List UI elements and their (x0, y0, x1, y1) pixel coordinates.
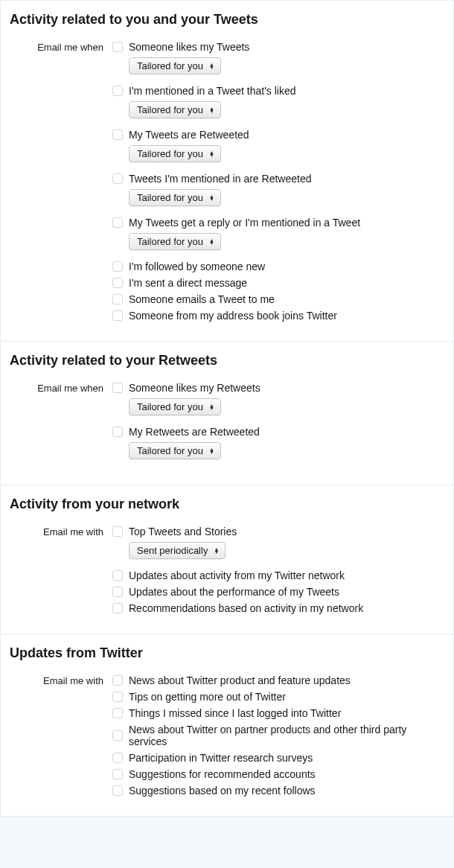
dropdown-value: Tailored for you (137, 148, 203, 159)
checkbox[interactable] (112, 753, 123, 763)
checkbox[interactable] (112, 294, 123, 304)
checkbox-line: Top Tweets and Stories (112, 526, 444, 537)
options-column: Someone likes my TweetsTailored for you▲… (112, 41, 444, 326)
checkbox-line: News about Twitter on partner products a… (112, 724, 444, 747)
updown-arrows-icon: ▲▼ (214, 548, 219, 554)
checkbox-line: Things I missed since I last logged into… (112, 707, 444, 719)
checkbox-line: I'm followed by someone new (112, 261, 444, 272)
updown-arrows-icon: ▲▼ (209, 63, 214, 69)
checkbox[interactable] (112, 769, 123, 779)
option-label: Someone emails a Tweet to me (129, 293, 275, 305)
frequency-dropdown[interactable]: Tailored for you▲▼ (129, 145, 221, 162)
option-item: I'm followed by someone new (112, 261, 444, 272)
checkbox[interactable] (112, 570, 123, 581)
checkbox[interactable] (112, 730, 123, 741)
dropdown-value: Tailored for you (137, 401, 203, 412)
checkbox[interactable] (112, 692, 123, 702)
checkbox[interactable] (112, 383, 123, 393)
option-item: Someone from my address book joins Twitt… (112, 310, 444, 322)
checkbox[interactable] (112, 217, 123, 228)
option-item: I'm mentioned in a Tweet that's likedTai… (112, 85, 444, 118)
frequency-dropdown[interactable]: Tailored for you▲▼ (129, 57, 221, 74)
options-column: Someone likes my RetweetsTailored for yo… (112, 382, 444, 470)
option-label: My Tweets get a reply or I'm mentioned i… (129, 217, 360, 229)
checkbox[interactable] (112, 130, 123, 140)
option-label: Suggestions for recommended accounts (129, 768, 316, 780)
row-label: Email me when (10, 382, 112, 394)
checkbox[interactable] (112, 526, 123, 537)
checkbox-line: Participation in Twitter research survey… (112, 752, 444, 764)
settings-row: Email me whenSomeone likes my RetweetsTa… (10, 382, 444, 470)
checkbox-line: My Retweets are Retweeted (112, 426, 444, 438)
option-label: Recommendations based on activity in my … (129, 602, 363, 614)
options-column: News about Twitter product and feature u… (112, 674, 444, 801)
updown-arrows-icon: ▲▼ (209, 151, 214, 157)
frequency-dropdown[interactable]: Tailored for you▲▼ (129, 101, 221, 118)
option-label: Tips on getting more out of Twitter (129, 691, 286, 703)
option-label: News about Twitter product and feature u… (129, 674, 351, 686)
updown-arrows-icon: ▲▼ (209, 195, 214, 201)
checkbox-line: I'm sent a direct message (112, 277, 444, 289)
row-label: Email me when (10, 41, 112, 53)
settings-row: Email me withNews about Twitter product … (10, 674, 444, 801)
updown-arrows-icon: ▲▼ (209, 448, 214, 454)
row-label: Email me with (10, 526, 112, 537)
option-item: Someone emails a Tweet to me (112, 293, 444, 305)
frequency-dropdown[interactable]: Tailored for you▲▼ (129, 442, 221, 459)
checkbox-line: Suggestions for recommended accounts (112, 768, 444, 780)
settings-section: Activity related to you and your TweetsE… (0, 0, 454, 342)
option-label: Someone likes my Retweets (129, 382, 260, 394)
option-label: I'm followed by someone new (129, 261, 265, 272)
frequency-dropdown[interactable]: Tailored for you▲▼ (129, 398, 221, 415)
option-item: News about Twitter product and feature u… (112, 674, 444, 686)
checkbox[interactable] (112, 86, 123, 96)
row-label: Email me with (10, 674, 112, 686)
checkbox-line: Suggestions based on my recent follows (112, 785, 444, 797)
updown-arrows-icon: ▲▼ (209, 239, 214, 245)
checkbox[interactable] (112, 261, 123, 272)
option-item: Recommendations based on activity in my … (112, 602, 444, 614)
option-item: Tweets I'm mentioned in are RetweetedTai… (112, 173, 444, 206)
checkbox[interactable] (112, 173, 123, 184)
checkbox[interactable] (112, 785, 123, 796)
dropdown-value: Sent periodically (137, 545, 208, 556)
option-item: Someone likes my RetweetsTailored for yo… (112, 382, 444, 415)
checkbox-line: Someone likes my Retweets (112, 382, 444, 394)
option-item: Things I missed since I last logged into… (112, 707, 444, 719)
frequency-dropdown[interactable]: Tailored for you▲▼ (129, 233, 221, 250)
dropdown-value: Tailored for you (137, 104, 203, 115)
option-item: My Retweets are RetweetedTailored for yo… (112, 426, 444, 459)
frequency-dropdown[interactable]: Sent periodically▲▼ (129, 542, 226, 559)
option-label: Updates about activity from my Twitter n… (129, 569, 345, 581)
option-label: Updates about the performance of my Twee… (129, 586, 339, 598)
checkbox[interactable] (112, 427, 123, 437)
option-item: Top Tweets and StoriesSent periodically▲… (112, 526, 444, 559)
checkbox[interactable] (112, 708, 123, 718)
option-label: Participation in Twitter research survey… (129, 752, 313, 764)
option-label: Things I missed since I last logged into… (129, 707, 341, 719)
settings-row: Email me whenSomeone likes my TweetsTail… (10, 41, 444, 326)
checkbox-line: Tips on getting more out of Twitter (112, 691, 444, 703)
checkbox[interactable] (112, 310, 123, 321)
option-item: My Tweets get a reply or I'm mentioned i… (112, 217, 444, 250)
option-label: Someone likes my Tweets (129, 41, 249, 53)
option-item: Suggestions for recommended accounts (112, 768, 444, 780)
frequency-dropdown[interactable]: Tailored for you▲▼ (129, 189, 221, 206)
checkbox[interactable] (112, 42, 123, 52)
option-item: I'm sent a direct message (112, 277, 444, 289)
updown-arrows-icon: ▲▼ (209, 404, 214, 410)
section-title: Updates from Twitter (10, 645, 444, 661)
checkbox[interactable] (112, 603, 123, 613)
checkbox[interactable] (112, 278, 123, 288)
checkbox[interactable] (112, 675, 123, 686)
checkbox-line: Updates about the performance of my Twee… (112, 586, 444, 598)
checkbox-line: Updates about activity from my Twitter n… (112, 569, 444, 581)
option-label: Tweets I'm mentioned in are Retweeted (129, 173, 311, 185)
checkbox[interactable] (112, 587, 123, 597)
dropdown-value: Tailored for you (137, 60, 203, 71)
checkbox-line: Recommendations based on activity in my … (112, 602, 444, 614)
checkbox-line: Someone likes my Tweets (112, 41, 444, 53)
option-item: My Tweets are RetweetedTailored for you▲… (112, 129, 444, 162)
section-title: Activity related to your Retweets (10, 353, 444, 368)
settings-row: Email me withTop Tweets and StoriesSent … (10, 526, 444, 619)
